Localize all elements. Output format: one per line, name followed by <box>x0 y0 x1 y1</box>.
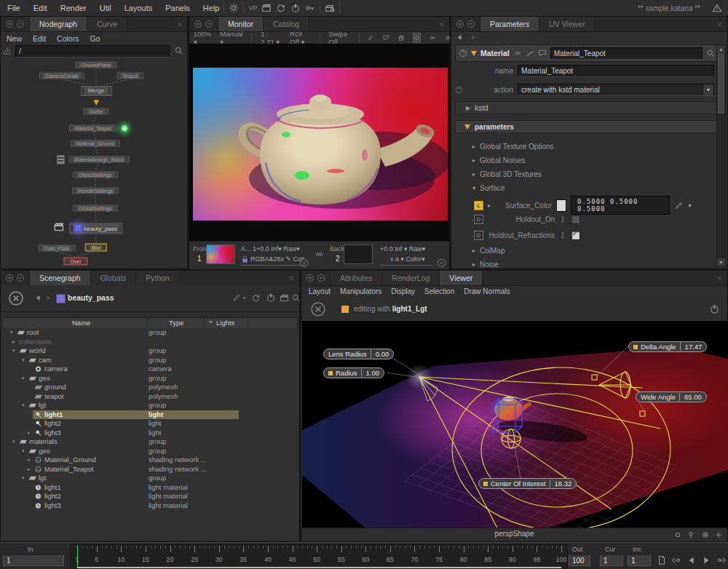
tab-renderlog[interactable]: RenderLog <box>382 271 440 285</box>
tree-row-light3[interactable]: light3light material <box>2 501 298 511</box>
expander-closed-icon[interactable]: ▸ <box>28 455 31 465</box>
tree-row-materials[interactable]: ▾materialsgroup <box>2 437 298 447</box>
warning-icon[interactable] <box>712 3 722 13</box>
node-RenderSettings[interactable]: RenderSettings <box>71 187 119 195</box>
node-search-input[interactable] <box>15 45 170 57</box>
layers-icon[interactable] <box>398 33 405 42</box>
node-name-field[interactable] <box>550 47 703 60</box>
expander-icon[interactable]: ▸ <box>472 261 475 268</box>
expand-triangle-icon[interactable] <box>471 51 477 56</box>
tab-monitor[interactable]: Monitor <box>218 17 264 31</box>
viewer-menu-selection[interactable]: Selection <box>424 287 454 295</box>
expander-closed-icon[interactable]: ▸ <box>28 465 31 474</box>
expander-open-icon[interactable]: ▾ <box>22 474 25 483</box>
search-icon[interactable] <box>174 46 183 55</box>
tree-row-root[interactable]: ▾rootgroup <box>2 328 298 338</box>
tab-curve[interactable]: Curve <box>87 17 127 31</box>
checkbox-unchecked[interactable] <box>571 215 580 224</box>
power-icon[interactable] <box>290 3 301 13</box>
pane-menu-icon[interactable] <box>16 274 25 282</box>
param-global-texture-options[interactable]: ▸Global Texture Options <box>455 143 728 151</box>
menu-layouts[interactable]: Layouts <box>124 4 153 12</box>
current-frame-field[interactable] <box>600 554 623 566</box>
expander-icon[interactable]: ▸ <box>488 202 491 209</box>
flipbook-icon[interactable] <box>657 555 667 565</box>
color-swatch[interactable] <box>556 199 566 212</box>
column-type[interactable]: Type <box>169 319 184 327</box>
add-icon[interactable] <box>714 530 723 539</box>
nodegraph-menu-edit[interactable]: Edit <box>33 34 46 43</box>
node-GlobalSettings[interactable]: GlobalSettings <box>72 204 119 212</box>
tab-uv-viewer[interactable]: UV Viewer <box>539 17 595 31</box>
color-values[interactable]: 0.5000 0.5000 0.5000 <box>571 196 670 215</box>
expander-icon[interactable]: ▸ <box>472 247 475 254</box>
scroll-up-icon[interactable]: ▲ <box>717 45 725 53</box>
node-Flain_Plate[interactable]: Flain_Plate <box>37 244 76 252</box>
tree-row-lgt[interactable]: ▾lgtgroup <box>2 401 298 410</box>
expander-icon[interactable]: ▸ <box>472 143 475 150</box>
pane-menu-icon[interactable] <box>16 20 25 28</box>
edit-flag-green-icon[interactable] <box>121 124 128 132</box>
param-noise[interactable]: ▸Noise <box>455 260 728 268</box>
expander-icon[interactable]: ▸ <box>472 171 475 178</box>
in-frame-field[interactable] <box>3 554 64 566</box>
back-info-line1[interactable]: +0.0 Inf ▾ Raw▾ <box>380 245 425 252</box>
pixel-probe-icon[interactable] <box>445 33 451 42</box>
hud-delta-angle[interactable]: Delta Angle17.47 <box>628 341 707 352</box>
close-icon[interactable] <box>716 274 724 282</box>
frame-ruler[interactable]: 1510152025303540455055606570758085909510… <box>70 544 568 569</box>
increment-field[interactable] <box>628 554 651 566</box>
node-Material_Ground[interactable]: Material_Ground <box>70 140 121 148</box>
tab-viewer[interactable]: Viewer <box>440 271 483 285</box>
hud-radius[interactable]: Radius1.00 <box>323 367 384 378</box>
node-ObjectSettings[interactable]: ObjectSettings <box>72 171 119 179</box>
clear-back-icon[interactable] <box>437 258 446 268</box>
node-Blur[interactable]: Blur <box>85 244 107 252</box>
node-Teapot[interactable]: Teapot <box>116 72 144 80</box>
expander-closed-icon[interactable]: ▸ <box>12 338 15 347</box>
expander-closed-icon[interactable]: ▸ <box>28 429 31 438</box>
nodegraph-menu-new[interactable]: New <box>7 34 22 43</box>
search-icon[interactable] <box>706 49 715 57</box>
tab-nodegraph[interactable]: Nodegraph <box>30 17 87 31</box>
default-tag[interactable]: D <box>474 215 483 224</box>
comment-icon[interactable] <box>538 49 547 57</box>
caret-down-icon[interactable]: ▼ <box>687 203 692 208</box>
name-value-field[interactable] <box>518 65 714 77</box>
clear-front-icon[interactable] <box>299 258 309 268</box>
pane-add-icon[interactable] <box>5 274 14 282</box>
prev-key-icon[interactable] <box>671 555 681 565</box>
pane-add-icon[interactable] <box>5 20 14 28</box>
checkbox-checked[interactable] <box>571 231 580 240</box>
tree-row-Material_Ground[interactable]: ▸Material_Groundshading network ... <box>2 455 298 465</box>
nodegraph-canvas[interactable]: GroundPlaneCameraCreateTeapotMergeGaffer… <box>1 60 187 268</box>
column-name[interactable]: Name <box>72 319 90 327</box>
dropdown-caret-icon[interactable]: ▼ <box>703 84 713 95</box>
breadcrumb[interactable]: beauty_pass <box>68 293 114 302</box>
next-frame-icon[interactable] <box>701 555 711 565</box>
tab-python[interactable]: Python <box>136 271 180 285</box>
menu-edit[interactable]: Edit <box>33 4 47 12</box>
wrench-icon[interactable] <box>526 49 534 57</box>
menu-render[interactable]: Render <box>60 4 87 12</box>
default-tag[interactable]: D <box>474 231 483 240</box>
pencil-caret-icon[interactable] <box>241 295 248 301</box>
render-gear-icon[interactable] <box>325 3 335 13</box>
tree-row-world[interactable]: ▾worldgroup <box>2 346 298 356</box>
tab-globals[interactable]: Globals <box>91 271 137 285</box>
front-thumbnail[interactable] <box>206 244 235 264</box>
power-icon[interactable] <box>709 303 720 314</box>
tree-row-cam[interactable]: ▾camgroup <box>2 356 298 365</box>
action-dropdown[interactable]: create with kstd material ▼ <box>518 84 714 96</box>
viewer-menu-layout[interactable]: Layout <box>309 287 331 295</box>
tab-catalog[interactable]: Catalog <box>264 17 309 31</box>
back-thumbnail[interactable] <box>344 244 373 264</box>
pane-add-icon[interactable] <box>194 20 202 28</box>
range-bar[interactable] <box>77 567 561 568</box>
hud-wide-angle[interactable]: Wide Angle65.00 <box>636 391 707 402</box>
tree-row-geo[interactable]: ▾geogroup <box>2 447 298 456</box>
param-holdout-refractions[interactable]: DHoldout_Refractions <box>455 231 719 240</box>
clear-scenegraph-icon[interactable] <box>8 290 24 306</box>
playhead[interactable] <box>77 545 78 568</box>
expander-icon[interactable]: ▸ <box>472 157 475 164</box>
